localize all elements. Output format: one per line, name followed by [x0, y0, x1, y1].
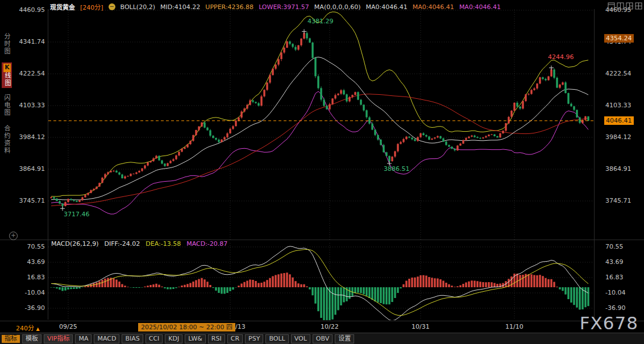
- y-axis-price-label: 3864.91: [605, 165, 631, 173]
- macd-axis-label: 43.69: [0, 258, 45, 266]
- indicator-tab-CCI[interactable]: CCI: [146, 334, 163, 343]
- selected-candle-time-range: 2025/10/02 18:00 ~ 22:00 四: [138, 323, 235, 332]
- layout-three-pane-icon[interactable]: [626, 2, 633, 10]
- minus-circle-icon[interactable]: −: [109, 3, 115, 10]
- period-label: [240分]: [80, 2, 103, 11]
- y-axis-price-label: 4222.54: [0, 70, 45, 78]
- macd-macd-value: MACD:-20.87: [186, 240, 227, 247]
- price-badge-high: 4354.24: [604, 34, 634, 43]
- y-axis-price-label: 4103.33: [0, 102, 45, 110]
- indicator-tab-指标[interactable]: 指标: [2, 335, 20, 343]
- indicator-tab-MACD[interactable]: MACD: [94, 334, 119, 343]
- indicator-tab-模板[interactable]: 模板: [22, 334, 41, 343]
- up-candle-bodies: [50, 33, 586, 206]
- indicator-tab-PSY[interactable]: PSY: [245, 334, 263, 343]
- indicator-readout: MA0:4046.41: [413, 3, 454, 11]
- indicator-readout: MA0:4046.41: [365, 3, 407, 11]
- x-axis-date-label: 10/31: [412, 323, 430, 330]
- timeframe-value: 240分: [16, 325, 34, 332]
- macd-axis-label: -10.04: [0, 289, 45, 297]
- chart-canvas[interactable]: [0, 0, 644, 344]
- indicator-tab-BOLL[interactable]: BOLL: [265, 334, 288, 343]
- y-axis-price-label: 3984.12: [605, 133, 631, 141]
- y-axis-price-label: 4341.74: [0, 38, 45, 46]
- header: 现货黄金 [240分] − BOLL(20,2)MID:4104.22UPPER…: [50, 2, 501, 11]
- indicator-tab-OBV[interactable]: OBV: [313, 334, 333, 343]
- x-axis-date-label: 11/10: [505, 323, 523, 330]
- macd-axis-label: 43.69: [605, 258, 624, 266]
- indicator-tab-MA[interactable]: MA: [75, 334, 92, 343]
- y-axis-price-label: 4460.95: [0, 6, 45, 14]
- indicator-readout: BOLL(20,2): [121, 3, 155, 11]
- indicator-tab-RSI[interactable]: RSI: [208, 334, 225, 343]
- symbol-name: 现货黄金: [50, 2, 75, 11]
- macd-axis-label: -10.04: [605, 289, 625, 297]
- macd-axis-label: 16.83: [0, 274, 45, 282]
- indicator-readout: LOWER:3971.57: [259, 3, 309, 11]
- macd-axis-label: 70.55: [605, 243, 624, 251]
- app-root: 现货黄金 [240分] − BOLL(20,2)MID:4104.22UPPER…: [0, 0, 644, 344]
- price-extreme-marker: [302, 29, 306, 33]
- y-axis-price-label: 3984.12: [0, 133, 45, 141]
- indicator-tab-KDJ[interactable]: KDJ: [165, 334, 182, 343]
- caret-up-icon: ▲: [36, 326, 40, 332]
- indicator-readout: MA0:4046.41: [459, 3, 501, 11]
- indicator-tab-VOL[interactable]: VOL: [291, 334, 310, 343]
- x-axis-date-label: 09/25: [59, 323, 77, 330]
- indicator-readout: MID:4104.22: [160, 3, 200, 11]
- price-annotation: 4244.96: [548, 53, 574, 61]
- price-extreme-marker: [549, 66, 554, 70]
- macd-axis-label: 70.55: [0, 243, 45, 251]
- macd-indicator-labels: MACD(26,12,9) DIFF:-24.02 DEA:-13.58 MAC…: [51, 240, 227, 247]
- y-axis-price-label: 4222.54: [605, 70, 631, 78]
- price-annotation: 4381.29: [308, 18, 334, 25]
- macd-axis-label: 16.83: [605, 274, 624, 282]
- boll-lower-line: [51, 91, 588, 214]
- layout-four-pane-icon[interactable]: [635, 2, 642, 10]
- indicator-tab-LW&[interactable]: LW&: [185, 334, 206, 343]
- indicator-tab-BIAS[interactable]: BIAS: [122, 334, 143, 343]
- indicator-readouts: BOLL(20,2)MID:4104.22UPPER:4236.88LOWER:…: [121, 3, 501, 11]
- macd-params-label: MACD(26,12,9): [51, 240, 99, 247]
- indicator-readout: UPPER:4236.88: [205, 3, 254, 11]
- y-axis-price-label: 3745.71: [605, 197, 631, 205]
- indicator-readout: MA(0,0,0,0,60): [314, 3, 361, 11]
- macd-dea-value: DEA:-13.58: [146, 240, 181, 247]
- y-axis-price-label: 3864.91: [0, 165, 45, 173]
- layout-single-icon[interactable]: [608, 2, 615, 10]
- indicator-tab-CR[interactable]: CR: [227, 334, 243, 343]
- boll-mid-line: [51, 57, 588, 200]
- y-axis-price-label: 4103.33: [605, 102, 631, 110]
- indicator-tab-设置[interactable]: 设置: [335, 334, 354, 343]
- window-layout-icons: [608, 2, 642, 10]
- up-candle-wicks: [51, 31, 585, 206]
- macd-axis-label: -36.90: [605, 304, 625, 312]
- indicator-tab-VIP指标[interactable]: VIP指标: [44, 334, 73, 343]
- watermark: FX678: [580, 313, 638, 333]
- boll-upper-line: [51, 12, 588, 196]
- grid-lines: [48, 10, 594, 320]
- macd-diff-value: DIFF:-24.02: [105, 240, 140, 247]
- layout-two-pane-icon[interactable]: [617, 2, 624, 10]
- macd-axis-label: -36.90: [0, 304, 45, 312]
- bottom-toolbar: 指标模板VIP指标MAMACDBIASCCIKDJLW&RSICRPSYBOLL…: [0, 333, 644, 344]
- price-extreme-marker: [60, 206, 65, 211]
- timeframe-selector[interactable]: 240分 ▲: [16, 323, 40, 332]
- sidebar: 分时图K线图闪电图合约资料: [0, 14, 13, 333]
- price-annotation: 3717.46: [64, 211, 90, 218]
- macd-histogram-negative: [50, 287, 589, 325]
- y-axis-price-label: 3745.71: [0, 197, 45, 205]
- x-axis-date-label: 10/22: [321, 323, 339, 330]
- price-badge-last: 4046.41: [604, 116, 634, 125]
- plus-circle-icon[interactable]: +: [9, 232, 18, 240]
- price-annotation: 3886.51: [384, 165, 410, 173]
